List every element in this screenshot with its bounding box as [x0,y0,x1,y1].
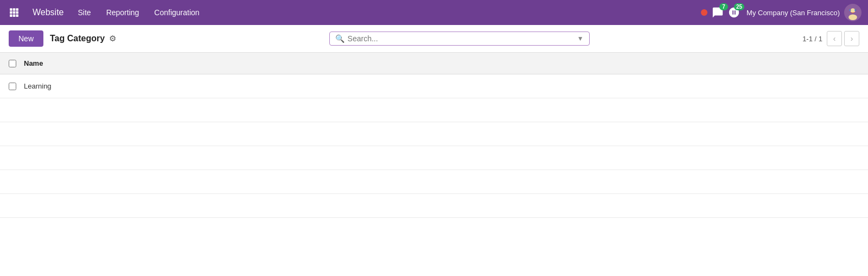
pagination-area: 1-1 / 1 ‹ › [802,31,859,46]
nav-reporting[interactable]: Reporting [100,6,146,19]
top-navbar: Website Site Reporting Configuration 7 2… [0,0,868,25]
activities-button[interactable]: 25 [728,7,740,18]
navbar-right: 7 25 My Company (San Francisco) [701,4,861,21]
svg-point-15 [854,9,856,11]
empty-row-1 [0,98,868,122]
table-container: Name Learning [0,53,868,218]
search-dropdown-icon[interactable]: ▼ [577,35,584,42]
select-all-checkbox-col[interactable] [9,60,24,67]
company-name[interactable]: My Company (San Francisco) [746,9,840,17]
table-header-row: Name [0,53,868,74]
name-column-header: Name [24,59,859,67]
prev-page-button[interactable]: ‹ [827,31,842,46]
empty-row-2 [0,122,868,146]
svg-point-11 [848,15,857,21]
activities-badge: 25 [734,3,744,10]
new-button[interactable]: New [9,30,43,47]
search-area: 🔍 ▼ [123,32,796,46]
page-title: Tag Category [50,34,105,43]
row-checkbox[interactable] [9,83,16,90]
svg-rect-6 [10,14,12,17]
messages-badge: 7 [719,3,728,10]
svg-point-14 [849,9,851,11]
table-row[interactable]: Learning [0,74,868,98]
svg-point-10 [851,8,856,13]
empty-row-5 [0,194,868,218]
page-title-area: Tag Category ⚙ [50,34,116,43]
select-all-checkbox[interactable] [9,60,16,67]
search-icon: 🔍 [335,34,344,43]
svg-rect-8 [16,14,18,17]
nav-site[interactable]: Site [72,6,98,19]
user-avatar[interactable] [844,4,861,21]
action-bar: New Tag Category ⚙ 🔍 ▼ 1-1 / 1 ‹ › [0,25,868,53]
messages-button[interactable]: 7 [712,7,724,18]
empty-row-4 [0,170,868,194]
svg-rect-7 [13,14,16,17]
svg-rect-2 [16,8,18,11]
row-checkbox-col[interactable] [9,83,24,90]
nav-brand[interactable]: Website [27,8,69,17]
search-box: 🔍 ▼ [329,32,590,46]
next-page-button[interactable]: › [844,31,859,46]
settings-gear-icon[interactable]: ⚙ [109,34,116,43]
empty-row-3 [0,146,868,170]
pagination-text: 1-1 / 1 [802,35,822,43]
row-name-cell: Learning [24,82,859,90]
svg-rect-1 [13,8,16,11]
nav-configuration[interactable]: Configuration [148,6,206,19]
svg-rect-3 [10,11,12,14]
apps-menu-icon[interactable] [7,5,22,20]
svg-rect-0 [10,8,12,11]
search-input[interactable] [348,34,575,43]
status-dot [701,9,707,16]
svg-rect-5 [16,11,18,14]
svg-rect-4 [13,11,16,14]
navbar-left: Website Site Reporting Configuration [7,5,699,20]
